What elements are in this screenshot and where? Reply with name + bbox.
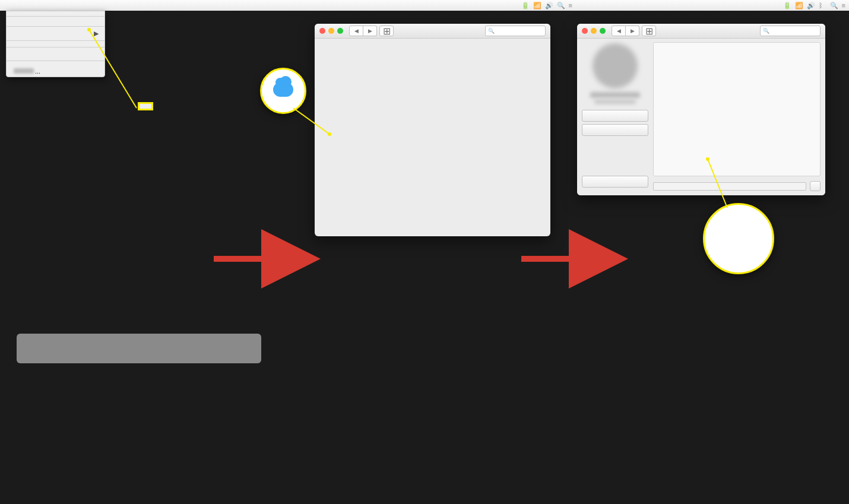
- menubar-status-icons: 🔋 📶 🔊 🔍 ≡: [521, 2, 572, 9]
- dock: [17, 334, 261, 363]
- account-details-button[interactable]: [582, 110, 648, 122]
- show-all-button[interactable]: ⊞: [379, 26, 394, 36]
- menu-recent-items[interactable]: ▶: [7, 28, 104, 39]
- icloud-services-list[interactable]: [653, 42, 821, 176]
- battery-icon: 🔋: [783, 2, 791, 9]
- menu-shut-down[interactable]: [7, 56, 104, 59]
- zoom-button[interactable]: [337, 28, 343, 34]
- close-button[interactable]: [582, 28, 588, 34]
- back-button[interactable]: ◀: [349, 26, 363, 36]
- traffic-lights: [582, 28, 606, 34]
- apple-menu-dropdown: ▶ ...: [6, 11, 105, 77]
- avatar: [593, 43, 638, 88]
- redacted-username: [14, 68, 34, 74]
- icloud-preferences-window: ◀ ▶ ⊞: [577, 24, 825, 195]
- close-button[interactable]: [319, 28, 325, 34]
- window-toolbar: ◀ ▶ ⊞: [577, 24, 825, 39]
- menu-app-store[interactable]: [7, 21, 104, 25]
- search-input[interactable]: [760, 26, 821, 36]
- menubar-status-icons: 🔋 📶 🔊 ᛒ 🔍 ≡: [579, 2, 845, 9]
- zoom-button[interactable]: [600, 28, 606, 34]
- minimize-button[interactable]: [591, 28, 597, 34]
- minimize-button[interactable]: [328, 28, 334, 34]
- back-button[interactable]: ◀: [612, 26, 626, 36]
- menubar-panel2: 🔋 📶 🔊 🔍 ≡: [255, 0, 576, 11]
- traffic-lights: [319, 28, 343, 34]
- notification-center-icon[interactable]: ≡: [842, 2, 845, 9]
- redacted-account-email: [594, 100, 636, 104]
- chevron-right-icon: ▶: [94, 30, 99, 37]
- icloud-storage-panel: [653, 180, 821, 191]
- wifi-icon: 📶: [795, 2, 803, 9]
- sign-out-button[interactable]: [582, 176, 648, 188]
- icloud-account-sidebar: [577, 39, 653, 195]
- callout-label-system-preferences: [138, 102, 153, 110]
- volume-icon: 🔊: [545, 2, 553, 9]
- storage-bar: [653, 182, 806, 191]
- system-preferences-window: ◀ ▶ ⊞: [315, 24, 550, 236]
- battery-icon: 🔋: [521, 2, 530, 9]
- menu-about-mac[interactable]: [7, 11, 104, 15]
- notification-center-icon[interactable]: ≡: [569, 2, 572, 9]
- icloud-icon: [273, 83, 293, 97]
- wifi-icon: 📶: [533, 2, 541, 9]
- window-toolbar: ◀ ▶ ⊞: [315, 24, 550, 39]
- redacted-account-name: [590, 92, 640, 98]
- manage-storage-button[interactable]: [810, 181, 821, 191]
- volume-icon: 🔊: [807, 2, 815, 9]
- menubar-panel1: [0, 0, 255, 11]
- search-icon[interactable]: 🔍: [830, 2, 838, 9]
- manage-family-button[interactable]: [582, 124, 648, 136]
- bluetooth-icon: ᛒ: [819, 2, 823, 9]
- forward-button[interactable]: ▶: [363, 26, 377, 36]
- forward-button[interactable]: ▶: [626, 26, 639, 36]
- callout-magnifier-notes: [703, 203, 774, 274]
- search-input[interactable]: [485, 26, 546, 36]
- show-all-button[interactable]: ⊞: [642, 26, 656, 36]
- callout-magnifier-icloud: [260, 68, 306, 114]
- menu-log-out[interactable]: ...: [7, 66, 104, 77]
- menu-force-quit[interactable]: [7, 42, 104, 46]
- search-icon[interactable]: 🔍: [557, 2, 565, 9]
- menubar-panel3: 🔋 📶 🔊 ᛒ 🔍 ≡: [576, 0, 849, 11]
